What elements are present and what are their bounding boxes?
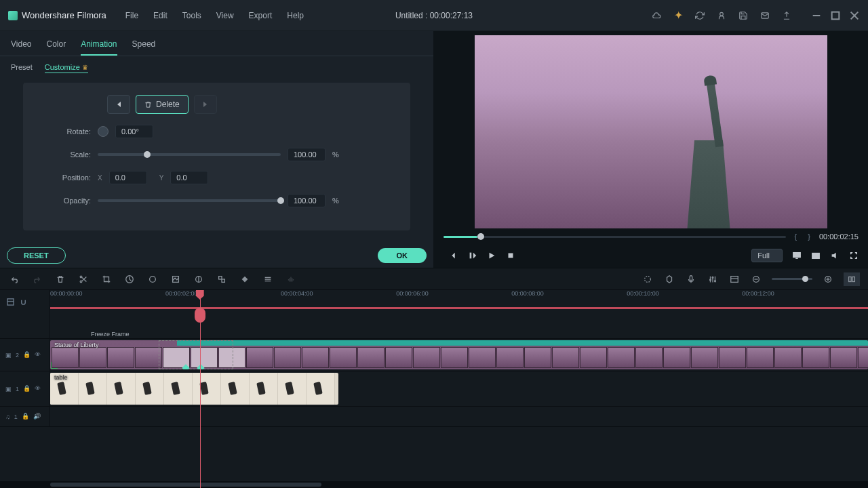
quality-select[interactable]: Full	[751, 249, 783, 262]
timeline-scrollbar[interactable]	[0, 481, 868, 488]
preview-viewport[interactable]	[475, 35, 827, 228]
preview-timecode: 00:00:02:15	[819, 232, 859, 241]
split-icon[interactable]	[77, 273, 90, 285]
svg-point-20	[645, 276, 651, 282]
effects-icon[interactable]: ✦	[673, 10, 684, 21]
next-keyframe-button[interactable]	[194, 95, 217, 114]
rotate-input[interactable]	[115, 125, 153, 138]
mail-icon[interactable]	[760, 10, 770, 21]
preview-seek-bar[interactable]	[443, 236, 786, 238]
position-x-input[interactable]	[109, 171, 147, 184]
clip-selection[interactable]	[159, 340, 233, 369]
mark-out-icon[interactable]: }	[806, 232, 812, 241]
svg-rect-7	[509, 253, 513, 258]
play-button[interactable]	[487, 251, 496, 260]
fullscreen-icon[interactable]	[849, 251, 859, 260]
rotate-dial[interactable]	[98, 126, 108, 137]
subtab-customize[interactable]: Customize ♛	[45, 63, 88, 73]
zoom-fit-icon[interactable]	[844, 272, 860, 286]
position-x-label: X	[98, 174, 102, 182]
clip-label: Statue of Liberty	[54, 342, 99, 348]
prev-frame-button[interactable]	[449, 251, 458, 260]
speed-icon[interactable]	[123, 273, 136, 285]
scale-slider[interactable]	[98, 153, 281, 156]
minimize-button[interactable]	[811, 10, 822, 21]
lock-icon[interactable]: 🔒	[23, 351, 31, 359]
marker-icon[interactable]	[663, 273, 675, 285]
preview-panel: { } 00:00:02:15 Full	[434, 31, 868, 268]
lock-icon[interactable]: 🔒	[22, 413, 29, 420]
svg-rect-3	[832, 12, 840, 19]
cloud-icon[interactable]	[651, 10, 662, 21]
delete-icon[interactable]	[54, 273, 66, 285]
playhead[interactable]	[200, 290, 201, 488]
tab-speed[interactable]: Speed	[132, 37, 156, 56]
menu-file[interactable]: File	[119, 8, 145, 23]
ok-button[interactable]: OK	[378, 248, 427, 263]
prev-keyframe-button[interactable]	[107, 95, 130, 114]
green-screen-icon[interactable]	[170, 273, 182, 285]
reset-button[interactable]: RESET	[7, 247, 66, 264]
svg-rect-25	[731, 276, 738, 282]
snapshot-icon[interactable]	[811, 251, 821, 260]
svg-point-11	[814, 254, 817, 257]
eye-icon[interactable]: 👁	[35, 351, 42, 359]
tab-color[interactable]: Color	[46, 37, 66, 56]
snap-icon[interactable]	[20, 296, 27, 304]
opacity-slider[interactable]	[98, 199, 281, 202]
zoom-slider[interactable]	[772, 278, 812, 280]
upload-icon[interactable]	[781, 10, 792, 21]
lock-icon[interactable]: 🔒	[23, 385, 31, 392]
color-icon[interactable]	[146, 273, 159, 285]
volume-icon[interactable]	[830, 251, 840, 260]
account-icon[interactable]	[716, 10, 727, 21]
tab-video[interactable]: Video	[11, 37, 31, 56]
menu-export[interactable]: Export	[242, 8, 279, 23]
stop-button[interactable]	[506, 251, 515, 260]
maximize-button[interactable]	[830, 10, 841, 21]
delete-keyframe-button[interactable]: Delete	[136, 95, 189, 114]
voice-icon[interactable]	[685, 273, 697, 285]
track-head-v1: ▣ 1 🔒 👁	[0, 371, 50, 406]
zoom-in-icon[interactable]	[822, 273, 834, 285]
eye-icon[interactable]: 👁	[35, 385, 42, 392]
crop-icon[interactable]	[100, 273, 113, 285]
svg-rect-8	[793, 253, 801, 258]
audio-sync-icon[interactable]	[285, 273, 297, 285]
adjust-icon[interactable]	[262, 273, 274, 285]
close-button[interactable]	[849, 10, 860, 21]
menu-edit[interactable]: Edit	[146, 8, 174, 23]
clip-table[interactable]: table	[50, 373, 338, 405]
opacity-label: Opacity:	[39, 197, 91, 205]
menu-tools[interactable]: Tools	[176, 8, 208, 23]
undo-icon[interactable]	[8, 273, 20, 285]
mask-icon[interactable]	[193, 273, 205, 285]
keyframe-icon[interactable]	[239, 273, 251, 285]
redo-icon[interactable]	[31, 273, 43, 285]
scale-input[interactable]	[288, 148, 326, 161]
motion-icon[interactable]	[216, 273, 228, 285]
timeline-ruler[interactable]: 00:00:00:00 00:00:02:00 00:00:04:00 00:0…	[50, 290, 868, 309]
render-icon[interactable]	[642, 273, 654, 285]
opacity-input[interactable]	[288, 194, 326, 207]
menu-view[interactable]: View	[210, 8, 241, 23]
refresh-icon[interactable]	[694, 10, 705, 21]
menu-help[interactable]: Help	[280, 8, 311, 23]
display-icon[interactable]	[792, 251, 802, 260]
play-pause-button[interactable]	[468, 251, 477, 260]
layout-icon[interactable]	[728, 273, 741, 285]
svg-rect-33	[852, 277, 855, 281]
track-manage-icon[interactable]	[7, 296, 14, 304]
position-y-input[interactable]	[170, 171, 208, 184]
svg-rect-21	[690, 275, 692, 280]
subtab-preset[interactable]: Preset	[11, 63, 33, 73]
mute-icon[interactable]: 🔊	[33, 413, 41, 420]
svg-point-12	[80, 276, 82, 278]
save-icon[interactable]	[738, 10, 749, 21]
zoom-out-icon[interactable]	[750, 273, 762, 285]
track-type-icon: ♫	[5, 413, 10, 420]
mark-in-icon[interactable]: {	[793, 232, 800, 241]
tab-animation[interactable]: Animation	[81, 37, 117, 56]
mixer-icon[interactable]	[707, 273, 719, 285]
clip-statue[interactable]: Statue of Liberty	[50, 340, 868, 369]
